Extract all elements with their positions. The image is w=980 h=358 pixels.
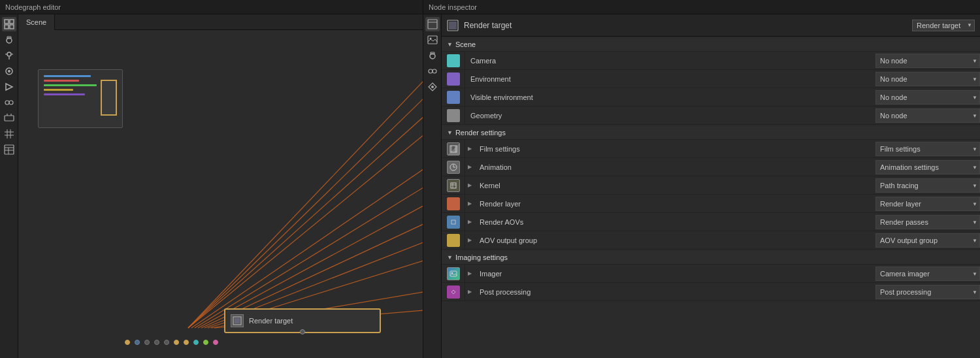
prop-row-environment: Environment No node ▼ — [442, 70, 980, 88]
svg-rect-54 — [451, 183, 456, 188]
sidebar-icon-composite[interactable] — [2, 95, 16, 110]
dot-7 — [184, 340, 189, 345]
aov-output-icon-box — [447, 234, 460, 247]
prop-row-kernel: ▶ Kernel Path tracing ▼ — [442, 176, 980, 195]
inspector-header-icon — [447, 20, 459, 31]
camera-dropdown[interactable]: No node — [875, 54, 980, 68]
film-expand[interactable]: ▶ — [465, 140, 474, 158]
svg-rect-58 — [450, 219, 457, 225]
animation-dropdown-wrapper[interactable]: Animation settings ▼ — [875, 160, 980, 174]
inspector-icon-post[interactable] — [425, 80, 440, 94]
svg-rect-39 — [428, 20, 437, 29]
prop-icon-post-processing — [442, 283, 465, 301]
aov-output-expand[interactable]: ▶ — [465, 231, 474, 250]
inspector-node-label: Render target — [464, 21, 907, 30]
sidebar-icon-material[interactable] — [2, 64, 16, 78]
render-layer-dropdown-wrapper[interactable]: Render layer ▼ — [875, 197, 980, 211]
sidebar-icon-render[interactable] — [2, 80, 16, 94]
prop-icon-environment — [442, 70, 465, 88]
prop-row-film-settings: ▶ Film settings Film settings ▼ — [442, 140, 980, 158]
svg-point-13 — [9, 101, 13, 105]
inspector-content[interactable]: Render target Render target ▼ ▼ Scene Ca… — [442, 14, 980, 358]
animation-dropdown[interactable]: Animation settings — [875, 160, 980, 174]
inspector-header: Render target Render target ▼ — [442, 14, 980, 37]
prop-row-visible-environment: Visible environment No node ▼ — [442, 88, 980, 106]
prop-icon-imager — [442, 265, 465, 283]
prop-row-geometry: Geometry No node ▼ — [442, 106, 980, 125]
nodegraph-sidebar — [0, 14, 18, 358]
prop-icon-geometry — [442, 106, 465, 125]
nodegraph-canvas[interactable]: Scene — [18, 14, 423, 358]
prop-label-imager: Imager — [474, 270, 875, 278]
prop-row-render-layer: ▶ Render layer Render layer ▼ — [442, 195, 980, 213]
film-dropdown[interactable]: Film settings — [875, 142, 980, 156]
camera-dropdown-wrapper[interactable]: No node ▼ — [875, 54, 980, 68]
prop-row-render-aovs: ▶ Render AOVs Render passes ▼ — [442, 213, 980, 231]
inspector-icon-image[interactable] — [425, 33, 440, 47]
sidebar-icon-grid[interactable] — [2, 127, 16, 141]
imager-dropdown-wrapper[interactable]: Camera imager ▼ — [875, 267, 980, 281]
camera-swatch — [447, 54, 460, 67]
prop-label-kernel: Kernel — [474, 182, 875, 189]
prop-label-camera: Camera — [465, 57, 875, 65]
geometry-dropdown[interactable]: No node — [875, 108, 980, 123]
inspector-sidebar — [423, 14, 442, 358]
render-layer-expand[interactable]: ▶ — [465, 195, 474, 213]
svg-rect-60 — [450, 238, 457, 243]
environment-dropdown[interactable]: No node — [875, 72, 980, 86]
visible-env-dropdown[interactable]: No node — [875, 90, 980, 105]
kernel-dropdown-wrapper[interactable]: Path tracing ▼ — [875, 178, 980, 193]
aov-output-dropdown-wrapper[interactable]: AOV output group ▼ — [875, 233, 980, 248]
prop-label-render-aovs: Render AOVs — [474, 218, 875, 226]
environment-dropdown-wrapper[interactable]: No node ▼ — [875, 72, 980, 86]
render-aovs-expand[interactable]: ▶ — [465, 213, 474, 231]
preview-node[interactable] — [38, 69, 123, 128]
imager-expand[interactable]: ▶ — [465, 265, 474, 283]
imager-dropdown[interactable]: Camera imager — [875, 267, 980, 281]
inspector-icon-composite2[interactable] — [425, 64, 440, 78]
render-aovs-dropdown[interactable]: Render passes — [875, 215, 980, 229]
sidebar-icon-scene[interactable] — [2, 17, 16, 31]
film-icon-box — [447, 142, 460, 155]
svg-point-46 — [433, 69, 436, 73]
sidebar-icon-table[interactable] — [2, 142, 16, 157]
kernel-expand[interactable]: ▶ — [465, 176, 474, 195]
prop-row-aov-output-group: ▶ AOV output group AOV output group ▼ — [442, 231, 980, 250]
prop-label-post-processing: Post processing — [474, 288, 875, 296]
visible-env-dropdown-wrapper[interactable]: No node ▼ — [875, 90, 980, 105]
aov-output-dropdown[interactable]: AOV output group — [875, 233, 980, 248]
render-aovs-dropdown-wrapper[interactable]: Render passes ▼ — [875, 215, 980, 229]
animation-expand[interactable]: ▶ — [465, 158, 474, 176]
render-settings-section-header: ▼ Render settings — [442, 126, 980, 140]
sidebar-icon-anim[interactable] — [2, 111, 16, 125]
post-processing-dropdown[interactable]: Post processing — [875, 285, 980, 299]
prop-icon-film — [442, 140, 465, 158]
film-dropdown-wrapper[interactable]: Film settings ▼ — [875, 142, 980, 156]
inspector-icon-view[interactable] — [425, 17, 440, 31]
render-layer-dropdown[interactable]: Render layer — [875, 197, 980, 211]
render-target-node[interactable]: Render target — [224, 308, 381, 333]
imaging-settings-section-header: ▼ Imaging settings — [442, 251, 980, 265]
render-target-output-dot — [300, 329, 305, 334]
inspector-header-dropdown[interactable]: Render target — [912, 20, 975, 31]
scene-tab[interactable]: Scene — [18, 14, 55, 30]
dot-5 — [164, 340, 169, 345]
sidebar-icon-light[interactable] — [2, 48, 16, 63]
svg-rect-0 — [5, 20, 8, 24]
animation-icon-box — [447, 161, 460, 174]
post-processing-dropdown-wrapper[interactable]: Post processing ▼ — [875, 285, 980, 299]
prop-label-geometry: Geometry — [465, 112, 875, 120]
svg-rect-50 — [450, 146, 457, 152]
svg-rect-21 — [5, 145, 14, 154]
svg-point-6 — [7, 52, 11, 56]
prop-icon-visible-env — [442, 88, 465, 106]
prop-icon-render-aovs — [442, 213, 465, 231]
post-processing-expand[interactable]: ▶ — [465, 283, 474, 301]
inspector-header-dropdown-wrapper[interactable]: Render target ▼ — [912, 20, 975, 31]
sidebar-icon-camera[interactable] — [2, 33, 16, 47]
svg-line-25 — [188, 81, 423, 328]
kernel-dropdown[interactable]: Path tracing — [875, 178, 980, 193]
geometry-dropdown-wrapper[interactable]: No node ▼ — [875, 108, 980, 123]
inspector-icon-camera2[interactable] — [425, 48, 440, 63]
prop-label-visible-env: Visible environment — [465, 93, 875, 101]
